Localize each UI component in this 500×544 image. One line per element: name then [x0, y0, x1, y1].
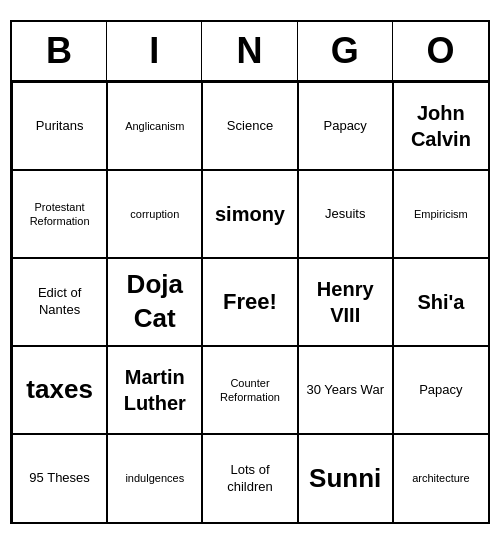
- bingo-header: BINGO: [12, 22, 488, 82]
- bingo-grid: PuritansAnglicanismSciencePapacyJohn Cal…: [12, 82, 488, 522]
- cell-text: architecture: [412, 471, 469, 485]
- header-letter: G: [298, 22, 393, 80]
- header-letter: N: [202, 22, 297, 80]
- header-letter: O: [393, 22, 488, 80]
- bingo-cell[interactable]: Free!: [202, 258, 297, 346]
- bingo-cell[interactable]: Puritans: [12, 82, 107, 170]
- cell-text: Science: [227, 118, 273, 135]
- cell-text: Doja Cat: [112, 268, 197, 336]
- cell-text: 95 Theses: [29, 470, 89, 487]
- bingo-cell[interactable]: Henry VIII: [298, 258, 393, 346]
- cell-text: indulgences: [125, 471, 184, 485]
- cell-text: Anglicanism: [125, 119, 184, 133]
- cell-text: corruption: [130, 207, 179, 221]
- bingo-cell[interactable]: 95 Theses: [12, 434, 107, 522]
- cell-text: simony: [215, 201, 285, 227]
- bingo-card: BINGO PuritansAnglicanismSciencePapacyJo…: [10, 20, 490, 524]
- bingo-cell[interactable]: Empiricism: [393, 170, 488, 258]
- bingo-cell[interactable]: Counter Reformation: [202, 346, 297, 434]
- cell-text: Puritans: [36, 118, 84, 135]
- bingo-cell[interactable]: Lots of children: [202, 434, 297, 522]
- cell-text: Sunni: [309, 462, 381, 496]
- bingo-cell[interactable]: Shi'a: [393, 258, 488, 346]
- cell-text: Henry VIII: [303, 276, 388, 328]
- bingo-cell[interactable]: indulgences: [107, 434, 202, 522]
- bingo-cell[interactable]: architecture: [393, 434, 488, 522]
- cell-text: John Calvin: [398, 100, 484, 152]
- bingo-cell[interactable]: Protestant Reformation: [12, 170, 107, 258]
- cell-text: Papacy: [324, 118, 367, 135]
- bingo-cell[interactable]: Jesuits: [298, 170, 393, 258]
- cell-text: Papacy: [419, 382, 462, 399]
- bingo-cell[interactable]: corruption: [107, 170, 202, 258]
- bingo-cell[interactable]: 30 Years War: [298, 346, 393, 434]
- cell-text: Empiricism: [414, 207, 468, 221]
- bingo-cell[interactable]: Science: [202, 82, 297, 170]
- cell-text: Edict of Nantes: [17, 285, 102, 319]
- cell-text: Counter Reformation: [207, 376, 292, 405]
- bingo-cell[interactable]: Doja Cat: [107, 258, 202, 346]
- cell-text: Shi'a: [417, 289, 464, 315]
- header-letter: B: [12, 22, 107, 80]
- cell-text: Free!: [223, 288, 277, 317]
- cell-text: 30 Years War: [306, 382, 384, 399]
- bingo-cell[interactable]: Edict of Nantes: [12, 258, 107, 346]
- bingo-cell[interactable]: taxes: [12, 346, 107, 434]
- cell-text: Jesuits: [325, 206, 365, 223]
- bingo-cell[interactable]: John Calvin: [393, 82, 488, 170]
- bingo-cell[interactable]: Papacy: [393, 346, 488, 434]
- cell-text: Martin Luther: [112, 364, 197, 416]
- bingo-cell[interactable]: Sunni: [298, 434, 393, 522]
- cell-text: Protestant Reformation: [17, 200, 102, 229]
- header-letter: I: [107, 22, 202, 80]
- bingo-cell[interactable]: Anglicanism: [107, 82, 202, 170]
- bingo-cell[interactable]: Martin Luther: [107, 346, 202, 434]
- bingo-cell[interactable]: simony: [202, 170, 297, 258]
- cell-text: Lots of children: [207, 462, 292, 496]
- bingo-cell[interactable]: Papacy: [298, 82, 393, 170]
- cell-text: taxes: [26, 373, 93, 407]
